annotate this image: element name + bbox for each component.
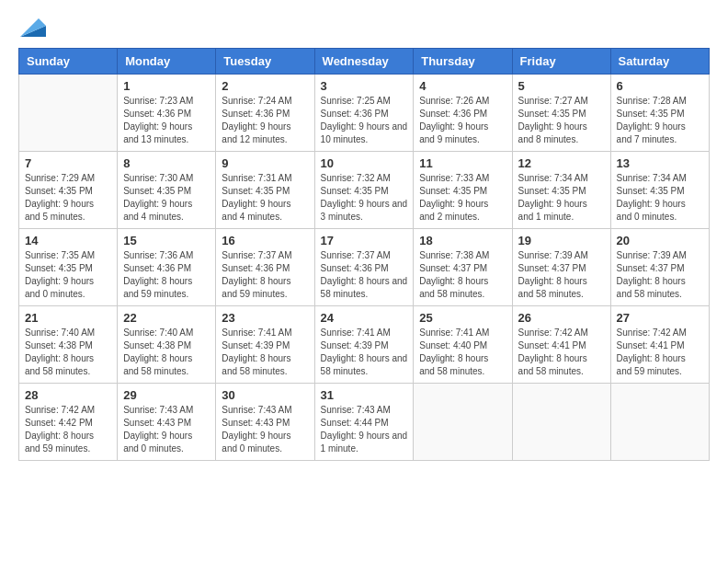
day-number: 17 bbox=[321, 234, 408, 247]
day-number: 28 bbox=[25, 388, 111, 402]
day-number: 27 bbox=[617, 311, 703, 325]
calendar-day-cell: 2Sunrise: 7:24 AMSunset: 4:36 PMDaylight… bbox=[216, 75, 314, 152]
calendar-day-cell: 11Sunrise: 7:33 AMSunset: 4:35 PMDayligh… bbox=[414, 152, 512, 229]
calendar-day-cell: 18Sunrise: 7:38 AMSunset: 4:37 PMDayligh… bbox=[414, 229, 512, 306]
day-info: Sunrise: 7:39 AMSunset: 4:37 PMDaylight:… bbox=[617, 249, 703, 301]
day-info: Sunrise: 7:36 AMSunset: 4:36 PMDaylight:… bbox=[123, 249, 210, 301]
day-info: Sunrise: 7:27 AMSunset: 4:35 PMDaylight:… bbox=[518, 95, 605, 146]
calendar-day-cell: 4Sunrise: 7:26 AMSunset: 4:36 PMDaylight… bbox=[414, 75, 512, 152]
day-number: 12 bbox=[518, 156, 605, 170]
day-number: 6 bbox=[617, 79, 703, 93]
day-number: 25 bbox=[419, 311, 506, 325]
day-number: 24 bbox=[321, 311, 408, 325]
day-number: 13 bbox=[617, 156, 703, 170]
calendar-day-cell: 20Sunrise: 7:39 AMSunset: 4:37 PMDayligh… bbox=[610, 229, 709, 306]
calendar-day-cell bbox=[414, 384, 512, 461]
calendar-week-row: 28Sunrise: 7:42 AMSunset: 4:42 PMDayligh… bbox=[19, 384, 710, 461]
page-header bbox=[18, 18, 710, 33]
day-info: Sunrise: 7:37 AMSunset: 4:36 PMDaylight:… bbox=[222, 249, 308, 301]
calendar-day-cell: 16Sunrise: 7:37 AMSunset: 4:36 PMDayligh… bbox=[216, 229, 314, 306]
calendar-day-cell: 25Sunrise: 7:41 AMSunset: 4:40 PMDayligh… bbox=[414, 306, 512, 384]
day-number: 10 bbox=[321, 156, 408, 170]
day-info: Sunrise: 7:28 AMSunset: 4:35 PMDaylight:… bbox=[617, 95, 703, 146]
logo-icon bbox=[20, 18, 46, 37]
calendar-header-thursday: Thursday bbox=[414, 49, 512, 75]
calendar-day-cell: 30Sunrise: 7:43 AMSunset: 4:43 PMDayligh… bbox=[216, 384, 314, 461]
day-info: Sunrise: 7:29 AMSunset: 4:35 PMDaylight:… bbox=[25, 172, 111, 224]
calendar-day-cell: 28Sunrise: 7:42 AMSunset: 4:42 PMDayligh… bbox=[19, 384, 118, 461]
day-info: Sunrise: 7:30 AMSunset: 4:35 PMDaylight:… bbox=[123, 172, 210, 224]
day-info: Sunrise: 7:38 AMSunset: 4:37 PMDaylight:… bbox=[419, 249, 506, 301]
day-info: Sunrise: 7:34 AMSunset: 4:35 PMDaylight:… bbox=[617, 172, 703, 224]
day-info: Sunrise: 7:35 AMSunset: 4:35 PMDaylight:… bbox=[25, 249, 111, 301]
calendar-day-cell: 12Sunrise: 7:34 AMSunset: 4:35 PMDayligh… bbox=[512, 152, 610, 229]
day-number: 18 bbox=[419, 234, 506, 247]
day-number: 9 bbox=[222, 156, 308, 170]
calendar-week-row: 14Sunrise: 7:35 AMSunset: 4:35 PMDayligh… bbox=[19, 229, 710, 306]
calendar-day-cell: 31Sunrise: 7:43 AMSunset: 4:44 PMDayligh… bbox=[314, 384, 414, 461]
calendar-day-cell: 26Sunrise: 7:42 AMSunset: 4:41 PMDayligh… bbox=[512, 306, 610, 384]
day-number: 4 bbox=[419, 79, 506, 93]
day-info: Sunrise: 7:37 AMSunset: 4:36 PMDaylight:… bbox=[321, 249, 408, 301]
calendar-day-cell: 27Sunrise: 7:42 AMSunset: 4:41 PMDayligh… bbox=[610, 306, 709, 384]
calendar-header-row: SundayMondayTuesdayWednesdayThursdayFrid… bbox=[19, 49, 710, 75]
day-info: Sunrise: 7:41 AMSunset: 4:40 PMDaylight:… bbox=[419, 327, 506, 378]
calendar-day-cell: 3Sunrise: 7:25 AMSunset: 4:36 PMDaylight… bbox=[314, 75, 414, 152]
calendar-day-cell: 8Sunrise: 7:30 AMSunset: 4:35 PMDaylight… bbox=[118, 152, 216, 229]
calendar-table: SundayMondayTuesdayWednesdayThursdayFrid… bbox=[18, 48, 710, 461]
day-number: 22 bbox=[123, 311, 210, 325]
day-number: 2 bbox=[222, 79, 308, 93]
calendar-day-cell: 15Sunrise: 7:36 AMSunset: 4:36 PMDayligh… bbox=[118, 229, 216, 306]
calendar-day-cell: 19Sunrise: 7:39 AMSunset: 4:37 PMDayligh… bbox=[512, 229, 610, 306]
day-info: Sunrise: 7:40 AMSunset: 4:38 PMDaylight:… bbox=[25, 327, 111, 378]
day-number: 11 bbox=[419, 156, 506, 170]
day-info: Sunrise: 7:43 AMSunset: 4:44 PMDaylight:… bbox=[321, 404, 408, 455]
calendar-day-cell: 7Sunrise: 7:29 AMSunset: 4:35 PMDaylight… bbox=[19, 152, 118, 229]
day-number: 3 bbox=[321, 79, 408, 93]
day-info: Sunrise: 7:42 AMSunset: 4:42 PMDaylight:… bbox=[25, 404, 111, 455]
calendar-day-cell: 5Sunrise: 7:27 AMSunset: 4:35 PMDaylight… bbox=[512, 75, 610, 152]
calendar-header-sunday: Sunday bbox=[19, 49, 118, 75]
day-info: Sunrise: 7:40 AMSunset: 4:38 PMDaylight:… bbox=[123, 327, 210, 378]
calendar-header-monday: Monday bbox=[118, 49, 216, 75]
calendar-day-cell: 14Sunrise: 7:35 AMSunset: 4:35 PMDayligh… bbox=[19, 229, 118, 306]
calendar-day-cell: 23Sunrise: 7:41 AMSunset: 4:39 PMDayligh… bbox=[216, 306, 314, 384]
day-number: 5 bbox=[518, 79, 605, 93]
day-number: 8 bbox=[123, 156, 210, 170]
day-number: 23 bbox=[222, 311, 308, 325]
day-info: Sunrise: 7:34 AMSunset: 4:35 PMDaylight:… bbox=[518, 172, 605, 224]
calendar-day-cell: 13Sunrise: 7:34 AMSunset: 4:35 PMDayligh… bbox=[610, 152, 709, 229]
calendar-day-cell: 29Sunrise: 7:43 AMSunset: 4:43 PMDayligh… bbox=[118, 384, 216, 461]
day-number: 15 bbox=[123, 234, 210, 247]
calendar-week-row: 1Sunrise: 7:23 AMSunset: 4:36 PMDaylight… bbox=[19, 75, 710, 152]
day-number: 14 bbox=[25, 234, 111, 247]
calendar-header-friday: Friday bbox=[512, 49, 610, 75]
day-info: Sunrise: 7:43 AMSunset: 4:43 PMDaylight:… bbox=[222, 404, 308, 455]
day-number: 31 bbox=[321, 388, 408, 402]
day-info: Sunrise: 7:25 AMSunset: 4:36 PMDaylight:… bbox=[321, 95, 408, 146]
day-info: Sunrise: 7:42 AMSunset: 4:41 PMDaylight:… bbox=[518, 327, 605, 378]
day-number: 26 bbox=[518, 311, 605, 325]
day-number: 7 bbox=[25, 156, 111, 170]
day-number: 19 bbox=[518, 234, 605, 247]
day-info: Sunrise: 7:23 AMSunset: 4:36 PMDaylight:… bbox=[123, 95, 210, 146]
calendar-day-cell: 9Sunrise: 7:31 AMSunset: 4:35 PMDaylight… bbox=[216, 152, 314, 229]
calendar-day-cell bbox=[19, 75, 118, 152]
calendar-day-cell: 10Sunrise: 7:32 AMSunset: 4:35 PMDayligh… bbox=[314, 152, 414, 229]
day-info: Sunrise: 7:26 AMSunset: 4:36 PMDaylight:… bbox=[419, 95, 506, 146]
day-info: Sunrise: 7:31 AMSunset: 4:35 PMDaylight:… bbox=[222, 172, 308, 224]
day-info: Sunrise: 7:24 AMSunset: 4:36 PMDaylight:… bbox=[222, 95, 308, 146]
logo bbox=[18, 18, 46, 33]
calendar-day-cell: 21Sunrise: 7:40 AMSunset: 4:38 PMDayligh… bbox=[19, 306, 118, 384]
calendar-day-cell bbox=[610, 384, 709, 461]
calendar-header-saturday: Saturday bbox=[610, 49, 709, 75]
day-number: 20 bbox=[617, 234, 703, 247]
calendar-day-cell: 24Sunrise: 7:41 AMSunset: 4:39 PMDayligh… bbox=[314, 306, 414, 384]
calendar-day-cell: 1Sunrise: 7:23 AMSunset: 4:36 PMDaylight… bbox=[118, 75, 216, 152]
calendar-header-wednesday: Wednesday bbox=[314, 49, 414, 75]
day-info: Sunrise: 7:41 AMSunset: 4:39 PMDaylight:… bbox=[222, 327, 308, 378]
day-number: 1 bbox=[123, 79, 210, 93]
day-info: Sunrise: 7:33 AMSunset: 4:35 PMDaylight:… bbox=[419, 172, 506, 224]
day-info: Sunrise: 7:43 AMSunset: 4:43 PMDaylight:… bbox=[123, 404, 210, 455]
day-info: Sunrise: 7:32 AMSunset: 4:35 PMDaylight:… bbox=[321, 172, 408, 224]
